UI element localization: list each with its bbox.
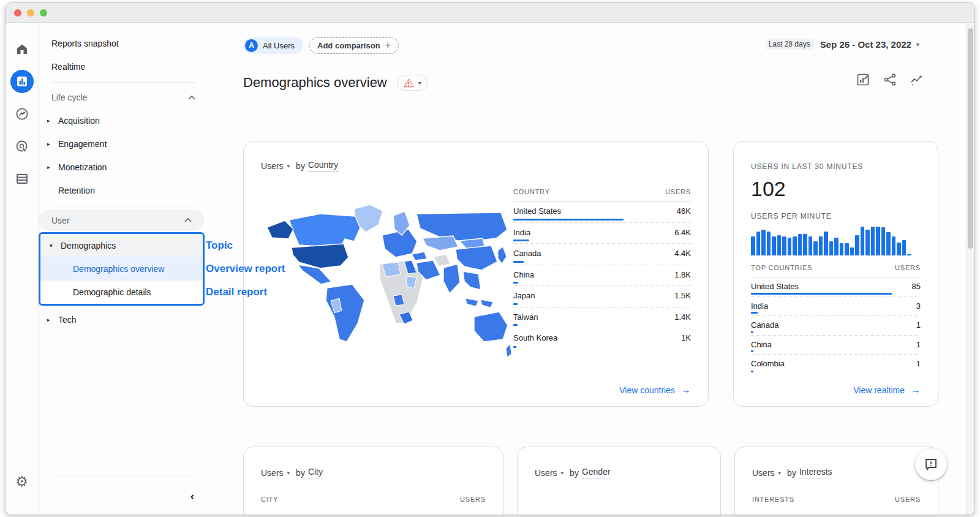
chevron-up-icon	[184, 218, 192, 222]
dimension-selector[interactable]: Interests	[799, 467, 832, 478]
scrollbar-thumb[interactable]	[968, 28, 973, 249]
users-by-country-card: Users ▾ by Country	[243, 141, 709, 407]
caret-right-icon: ▸	[47, 141, 58, 147]
sidebar-item-retention[interactable]: Retention	[39, 179, 208, 202]
dimension-selector[interactable]: Country	[308, 160, 338, 172]
metric-selector[interactable]: Users	[261, 161, 284, 171]
customize-report-icon[interactable]	[856, 72, 870, 87]
country-users-table: COUNTRY USERS United States46K India6.4K…	[513, 188, 691, 350]
date-range-label: Last 28 days	[765, 39, 814, 50]
data-quality-warning-button[interactable]: ▾	[397, 75, 428, 91]
table-row[interactable]: Canada4.4K	[513, 244, 691, 265]
table-header: CITY USERS	[261, 496, 486, 503]
caret-down-icon[interactable]: ▾	[287, 470, 290, 476]
close-button[interactable]	[14, 9, 21, 17]
reports-icon[interactable]	[10, 70, 34, 92]
plus-icon: +	[385, 40, 391, 51]
divider	[51, 82, 195, 83]
caret-down-icon: ▾	[418, 80, 421, 86]
arrow-right-icon: →	[911, 385, 921, 396]
realtime-count: 102	[751, 177, 921, 201]
divider	[51, 477, 195, 477]
dimension-selector[interactable]: Gender	[582, 467, 611, 478]
zoom-button[interactable]	[40, 9, 47, 17]
settings-gear-icon[interactable]: ⚙	[10, 470, 34, 492]
caret-down-icon[interactable]: ▾	[287, 163, 290, 169]
caret-right-icon: ▸	[47, 317, 58, 323]
comparison-bar: A All Users Add comparison + Last 28 day…	[243, 37, 954, 54]
view-realtime-link[interactable]: View realtime →	[853, 385, 921, 396]
caret-down-icon: ▾	[50, 243, 61, 249]
table-header: TOP COUNTRIES USERS	[751, 264, 921, 277]
main-content: A All Users Add comparison + Last 28 day…	[208, 23, 974, 515]
caret-down-icon[interactable]: ▾	[561, 470, 564, 476]
page-title: Demographics overview	[243, 75, 387, 91]
sidebar-item-acquisition[interactable]: ▸ Acquisition	[39, 109, 208, 132]
section-user[interactable]: User	[39, 209, 204, 231]
table-row[interactable]: China1	[751, 336, 921, 355]
vertical-scrollbar[interactable]	[966, 23, 974, 515]
insights-icon[interactable]	[910, 72, 924, 87]
table-row[interactable]: Taiwan1.4K	[513, 308, 691, 329]
table-row[interactable]: Colombia1	[751, 355, 921, 374]
arrow-right-icon: →	[681, 385, 691, 396]
feedback-bubble-icon	[924, 457, 938, 472]
metric-selector[interactable]: Users	[752, 468, 775, 478]
table-row[interactable]: India3	[751, 297, 921, 317]
table-row[interactable]: Canada1	[751, 316, 921, 336]
world-map-choropleth[interactable]	[262, 203, 514, 377]
metric-selector[interactable]: Users	[535, 468, 557, 478]
table-row[interactable]: China1.8K	[513, 265, 691, 287]
caret-right-icon: ▸	[47, 164, 58, 170]
warning-triangle-icon	[404, 78, 414, 88]
explore-icon[interactable]	[10, 103, 34, 125]
annotation-overview-report: Overview report	[206, 263, 285, 275]
caret-down-icon[interactable]: ▾	[778, 470, 782, 476]
table-row[interactable]: United States85	[751, 277, 921, 297]
sidebar-item-demographic-details[interactable]: Demographic details	[40, 281, 203, 304]
date-range-picker[interactable]: Last 28 days Sep 26 - Oct 23, 2022 ▾	[765, 39, 919, 50]
feedback-button[interactable]	[915, 448, 947, 480]
metric-selector[interactable]: Users	[261, 468, 284, 478]
home-icon[interactable]	[10, 38, 34, 60]
sidebar-item-engagement[interactable]: ▸ Engagement	[39, 132, 208, 156]
top-countries-table: TOP COUNTRIES USERS United States85 Indi…	[751, 264, 921, 374]
realtime-card: USERS IN LAST 30 MINUTES 102 USERS PER M…	[733, 141, 938, 407]
table-header: INTERESTS USERS	[752, 496, 921, 503]
table-row[interactable]: Japan1.5K	[513, 286, 691, 308]
caret-down-icon: ▾	[916, 41, 919, 48]
caret-right-icon: ▸	[47, 118, 58, 124]
realtime-title: USERS IN LAST 30 MINUTES	[751, 162, 921, 171]
sidebar-item-tech[interactable]: ▸ Tech	[39, 308, 208, 331]
library-icon[interactable]	[10, 168, 34, 190]
advertising-icon[interactable]	[10, 135, 34, 157]
sidebar-item-monetization[interactable]: ▸ Monetization	[39, 156, 208, 179]
table-row[interactable]: United States46K	[513, 202, 691, 223]
sidebar-item-reports-snapshot[interactable]: Reports snapshot	[39, 32, 208, 55]
segment-avatar: A	[245, 39, 258, 52]
divider	[243, 61, 954, 61]
users-by-interests-card: Users ▾ by Interests INTERESTS USERS	[734, 447, 938, 515]
demographics-annotation-box: ▾ Demographics Demographics overview Dem…	[39, 232, 205, 306]
report-nav-sidebar: Reports snapshot Realtime Life cycle ▸ A…	[39, 23, 208, 515]
minimize-button[interactable]	[27, 9, 34, 17]
table-row[interactable]: South Korea1K	[513, 328, 691, 350]
users-by-city-card: Users ▾ by City CITY USERS	[243, 447, 503, 515]
section-life-cycle[interactable]: Life cycle	[39, 86, 208, 109]
dimension-selector[interactable]: City	[308, 467, 323, 478]
share-icon[interactable]	[883, 72, 897, 87]
sidebar-item-realtime[interactable]: Realtime	[39, 55, 208, 78]
sidebar-footer: ‹	[39, 477, 208, 515]
table-header: COUNTRY USERS	[513, 188, 691, 202]
macos-titlebar	[6, 3, 974, 23]
view-countries-link[interactable]: View countries →	[619, 385, 691, 396]
icon-rail: ⚙	[6, 23, 39, 515]
annotation-detail-report: Detail report	[206, 286, 267, 298]
collapse-sidebar-icon[interactable]: ‹	[190, 490, 194, 502]
table-row[interactable]: India6.4K	[513, 223, 691, 244]
sidebar-item-demographics[interactable]: ▾ Demographics	[40, 234, 203, 257]
sidebar-item-demographics-overview[interactable]: Demographics overview	[40, 257, 203, 281]
add-comparison-button[interactable]: Add comparison +	[309, 37, 399, 54]
users-by-gender-card: Users ▾ by Gender	[517, 447, 721, 515]
all-users-segment[interactable]: A All Users	[243, 37, 303, 54]
